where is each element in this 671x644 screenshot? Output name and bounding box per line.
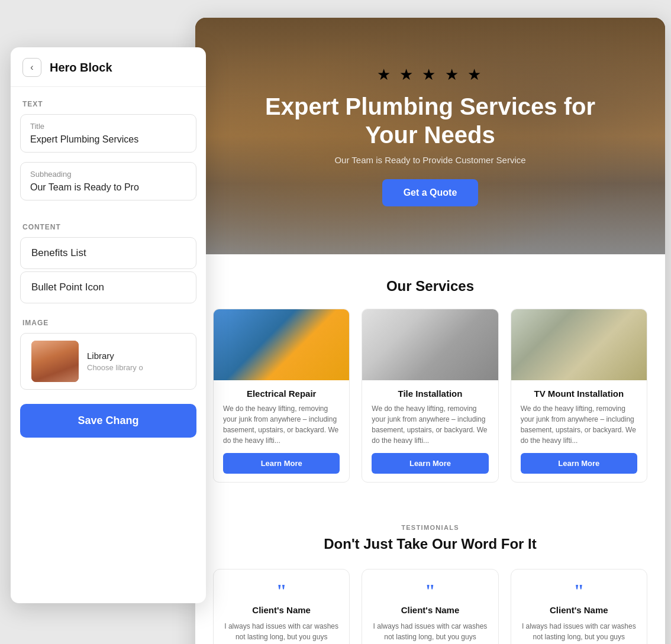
learn-more-tv[interactable]: Learn More [521,453,637,474]
testimonial-card-3: " Client's Name I always had issues with… [511,569,647,644]
client-review-2: I always had issues with car washes not … [373,621,487,644]
benefits-list-item[interactable]: Benefits List [20,237,196,269]
service-desc-tv: We do the heavy lifting, removing your j… [521,403,637,446]
service-name-tile: Tile Installation [372,389,488,399]
learn-more-tile[interactable]: Learn More [372,453,488,474]
service-name-electrical: Electrical Repair [223,389,340,399]
content-section-label: CONTENT [11,210,206,237]
image-choose-label: Choose library o [87,363,143,372]
client-name-2: Client's Name [401,605,460,615]
service-card-tv: TV Mount Installation We do the heavy li… [511,309,647,483]
service-image-tile [362,309,498,380]
get-quote-button[interactable]: Get a Quote [382,179,479,206]
title-field-value[interactable]: Expert Plumbing Services [30,134,186,145]
testimonial-card-1: " Client's Name I always had issues with… [213,569,350,644]
service-card-electrical: Electrical Repair We do the heavy liftin… [213,309,350,483]
testimonials-section: TESTIMONIALS Don't Just Take Our Word Fo… [195,500,665,644]
hero-subtitle: Our Team is Ready to Provide Customer Se… [334,155,525,165]
services-section: Our Services Electrical Repair We do the… [195,254,665,500]
image-section-label: IMAGE [11,306,206,333]
quote-icon-3: " [573,581,584,600]
subheading-field-group: Subheading Our Team is Ready to Pro [20,162,196,200]
panel-title: Hero Block [50,61,112,75]
testimonial-card-2: " Client's Name I always had issues with… [362,569,498,644]
service-body-tile: Tile Installation We do the heavy liftin… [362,380,498,482]
subheading-field-label: Subheading [30,170,186,179]
client-name-1: Client's Name [252,605,311,615]
quote-icon-2: " [425,581,435,600]
save-changes-button[interactable]: Save Chang [20,404,196,438]
service-body-electrical: Electrical Repair We do the heavy liftin… [214,380,349,482]
service-desc-electrical: We do the heavy lifting, removing your j… [223,403,340,446]
service-desc-tile: We do the heavy lifting, removing your j… [372,403,488,446]
learn-more-electrical[interactable]: Learn More [223,453,340,474]
image-thumbnail [31,341,79,382]
testimonials-grid: " Client's Name I always had issues with… [213,569,647,644]
subheading-field-value[interactable]: Our Team is Ready to Pro [30,182,186,193]
testimonials-section-label: TESTIMONIALS [213,524,647,531]
service-name-tv: TV Mount Installation [521,389,637,399]
text-section-label: TEXT [11,87,206,114]
client-review-3: I always had issues with car washes not … [522,621,636,644]
bullet-point-icon-item[interactable]: Bullet Point Icon [20,271,196,303]
image-library-label: Library [87,351,143,361]
image-section: Library Choose library o [20,333,196,390]
back-button[interactable]: ‹ [22,58,41,77]
title-field-label: Title [30,122,186,131]
service-image-electrical [214,309,349,380]
service-image-tv [511,309,647,380]
hero-stars: ★ ★ ★ ★ ★ [377,66,483,84]
client-name-3: Client's Name [550,605,608,615]
right-panel: ★ ★ ★ ★ ★ Expert Plumbing Services for Y… [195,18,665,644]
client-review-1: I always had issues with car washes not … [224,621,338,644]
left-panel: ‹ Hero Block TEXT Title Expert Plumbing … [11,47,206,603]
services-grid: Electrical Repair We do the heavy liftin… [213,309,647,483]
panel-header: ‹ Hero Block [11,47,206,87]
hero-title: Expert Plumbing Services for Your Needs [253,92,608,149]
testimonials-title: Don't Just Take Our Word For It [213,536,647,552]
service-body-tv: TV Mount Installation We do the heavy li… [511,380,647,482]
service-card-tile: Tile Installation We do the heavy liftin… [362,309,498,483]
title-field-group: Title Expert Plumbing Services [20,114,196,153]
services-title: Our Services [213,278,647,295]
image-text-block: Library Choose library o [87,351,143,372]
quote-icon-1: " [276,581,287,600]
hero-section: ★ ★ ★ ★ ★ Expert Plumbing Services for Y… [195,18,665,254]
